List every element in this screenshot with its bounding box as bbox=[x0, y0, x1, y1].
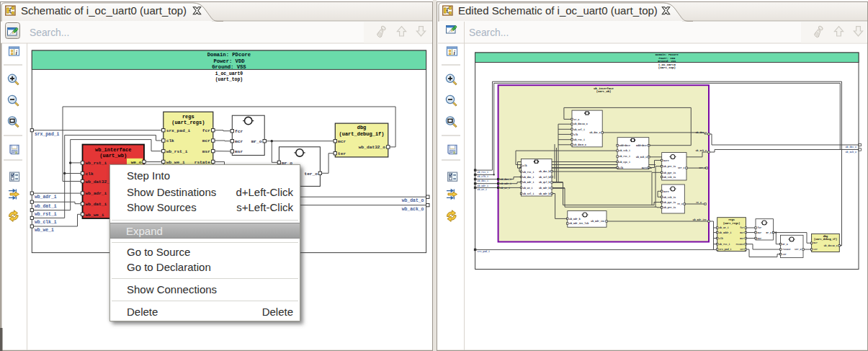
svg-text:wb_qsl_b: wb_qsl_b bbox=[539, 181, 550, 184]
svg-text:mcr: mcr bbox=[740, 231, 744, 234]
svg-text:acre: acre bbox=[642, 166, 648, 169]
svg-text:Ground: VSS: Ground: VSS bbox=[212, 64, 246, 70]
svg-text:rstate: rstate bbox=[782, 248, 791, 251]
svg-text:wb_dat_b: wb_dat_b bbox=[539, 170, 550, 173]
svg-text:ter: ter bbox=[338, 151, 346, 156]
svg-text:Domain: PDcore: Domain: PDcore bbox=[207, 52, 251, 58]
svg-text:wb_rst_i: wb_rst_i bbox=[86, 161, 107, 166]
svg-text:wb_clk_i: wb_clk_i bbox=[35, 220, 57, 225]
svg-text:wb_dat_o: wb_dat_o bbox=[402, 198, 424, 203]
svg-text:wb_clk_i: wb_clk_i bbox=[478, 175, 488, 178]
svg-text:srx_pad_i: srx_pad_i bbox=[35, 132, 60, 137]
svg-text:wb_sel_i: wb_sel_i bbox=[574, 128, 585, 131]
svg-text:wb_dat_o: wb_dat_o bbox=[589, 131, 600, 134]
svg-text:wb_adr_b: wb_adr_b bbox=[539, 187, 550, 190]
svg-text:wb_adr_b: wb_adr_b bbox=[539, 192, 550, 195]
svg-text:wb_pye_is: wb_pye_is bbox=[663, 201, 676, 204]
svg-text:mcr: mcr bbox=[813, 241, 818, 244]
svg-text:ser_o: ser_o bbox=[699, 166, 706, 169]
svg-text:addrdate: addrdate bbox=[636, 144, 647, 147]
svg-text:ser_o: ser_o bbox=[678, 166, 685, 169]
svg-text:wb_we_i: wb_we_i bbox=[86, 213, 104, 218]
svg-text:wb_stb_is: wb_stb_is bbox=[663, 196, 676, 199]
svg-text:regs: regs bbox=[728, 218, 735, 221]
svg-text:ter_o: ter_o bbox=[795, 248, 802, 251]
svg-text:mr_o: mr_o bbox=[251, 139, 262, 144]
svg-text:clk: clk bbox=[86, 172, 94, 177]
svg-text:wb_pye_is: wb_pye_is bbox=[663, 172, 676, 174]
svg-text:wb_adr_i: wb_adr_i bbox=[86, 191, 107, 196]
svg-text:wb_interface: wb_interface bbox=[95, 147, 131, 153]
svg-text:wb_ack_o: wb_ack_o bbox=[402, 207, 424, 212]
svg-text:wb_rst_i: wb_rst_i bbox=[478, 171, 488, 174]
svg-text:srx_pad_i: srx_pad_i bbox=[719, 248, 731, 251]
svg-text:(uart_debug_if): (uart_debug_if) bbox=[814, 238, 837, 241]
svg-text:mcr: mcr bbox=[338, 139, 346, 144]
svg-text:msr: msr bbox=[202, 149, 210, 154]
svg-text:Power: VDD: Power: VDD bbox=[658, 57, 676, 60]
svg-text:regs: regs bbox=[182, 114, 194, 120]
svg-text:wb_dat_o: wb_dat_o bbox=[696, 131, 707, 134]
svg-text:wb_adr_i: wb_adr_i bbox=[501, 182, 511, 185]
svg-text:wb_dat_i: wb_dat_i bbox=[478, 179, 488, 182]
svg-text:wb_adr_i: wb_adr_i bbox=[523, 181, 534, 184]
svg-text:wb_dat_i: wb_dat_i bbox=[35, 204, 57, 209]
svg-text:wb_adr_int_lsb: wb_adr_int_lsb bbox=[569, 222, 589, 225]
svg-text:wb_we_i: wb_we_i bbox=[35, 228, 54, 233]
svg-text:wb_we_i: wb_we_i bbox=[719, 226, 728, 229]
svg-text:wb_pre_is: wb_pre_is bbox=[663, 206, 676, 209]
svg-text:(uart_wb): (uart_wb) bbox=[99, 153, 127, 159]
svg-text:wb_adr_int: wb_adr_int bbox=[693, 218, 707, 221]
svg-text:wb_dat_i: wb_dat_i bbox=[501, 178, 511, 181]
svg-text:re_o: re_o bbox=[696, 201, 702, 204]
svg-text:clk: clk bbox=[166, 138, 174, 143]
svg-text:clk: clk bbox=[574, 133, 578, 136]
svg-text:ter: ter bbox=[740, 248, 744, 251]
svg-text:wb_sel_b: wb_sel_b bbox=[539, 176, 550, 179]
svg-text:fcr: fcr bbox=[235, 129, 243, 134]
svg-text:fcr: fcr bbox=[740, 226, 744, 229]
svg-text:wb_rst_i: wb_rst_i bbox=[619, 155, 630, 158]
svg-text:clk: clk bbox=[719, 237, 723, 240]
svg-text:clk: clk bbox=[523, 164, 527, 167]
svg-text:wb_stb_is: wb_stb_is bbox=[663, 176, 676, 179]
svg-text:wb_dat32_o: wb_dat32_o bbox=[359, 145, 385, 150]
svg-text:i_oc_uart0: i_oc_uart0 bbox=[215, 71, 243, 76]
svg-text:wb_dat32_o: wb_dat32_o bbox=[86, 179, 112, 185]
svg-text:Schematic of i_oc_uart0 (uart_: Schematic of i_oc_uart0 (uart_top) bbox=[21, 4, 187, 17]
svg-text:msr: msr bbox=[235, 149, 243, 154]
svg-text:ter: ter bbox=[782, 253, 787, 256]
svg-text:wb_adr_i: wb_adr_i bbox=[478, 185, 488, 187]
svg-text:(uart_debug_if): (uart_debug_if) bbox=[339, 131, 384, 137]
svg-text:fcr: fcr bbox=[202, 128, 210, 133]
svg-text:wb_sel_i: wb_sel_i bbox=[523, 192, 534, 195]
svg-text:wb_rst_i: wb_rst_i bbox=[719, 243, 730, 246]
svg-text:(uart_top): (uart_top) bbox=[215, 77, 243, 82]
svg-text:wb_dat32_o: wb_dat32_o bbox=[824, 244, 838, 247]
svg-text:wb_stb_i: wb_stb_i bbox=[619, 149, 630, 152]
svg-text:wb_we_i: wb_we_i bbox=[478, 188, 487, 191]
svg-text:wb_cyc_i: wb_cyc_i bbox=[619, 161, 630, 164]
svg-text:wb_dat_o: wb_dat_o bbox=[846, 146, 856, 148]
svg-text:Domain: PDcore: Domain: PDcore bbox=[656, 53, 679, 56]
svg-text:ter_o: ter_o bbox=[304, 172, 318, 177]
svg-text:i_oc_uart0: i_oc_uart0 bbox=[658, 63, 676, 66]
svg-text:msr: msr bbox=[740, 237, 744, 240]
svg-text:wb_dat_i: wb_dat_i bbox=[523, 176, 534, 179]
svg-text:Ground: VSS: Ground: VSS bbox=[658, 60, 676, 63]
svg-text:wb_we_i: wb_we_i bbox=[523, 187, 532, 190]
svg-text:Search...: Search... bbox=[469, 27, 509, 38]
svg-text:wb_addr_i: wb_addr_i bbox=[719, 231, 731, 234]
svg-text:Edited Schematic of i_oc_uart0: Edited Schematic of i_oc_uart0 (uart_top… bbox=[458, 4, 658, 17]
svg-text:clk: clk bbox=[619, 166, 624, 169]
svg-text:mcr: mcr bbox=[758, 231, 762, 234]
svg-text:srx_pad_i: srx_pad_i bbox=[478, 250, 490, 253]
svg-text:wb_adr_int: wb_adr_int bbox=[591, 220, 604, 223]
svg-text:wb_rst_i: wb_rst_i bbox=[574, 138, 585, 141]
svg-text:wb_adr_i: wb_adr_i bbox=[35, 195, 57, 200]
svg-text:wb_ack_o: wb_ack_o bbox=[696, 149, 707, 152]
svg-text:fcr: fcr bbox=[758, 226, 762, 229]
svg-text:(uart_regs): (uart_regs) bbox=[171, 120, 205, 125]
svg-text:mcr: mcr bbox=[235, 139, 243, 144]
svg-text:acre: acre bbox=[663, 190, 669, 193]
